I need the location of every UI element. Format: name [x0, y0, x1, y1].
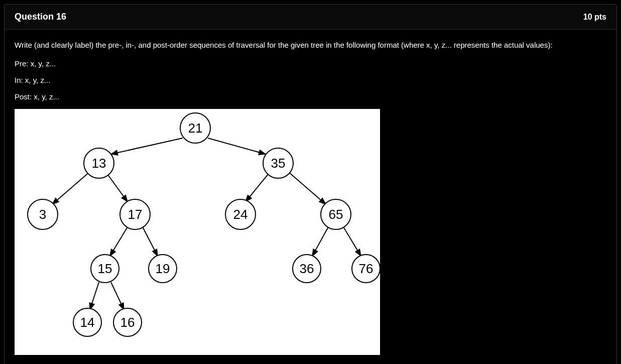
svg-text:21: 21 — [188, 120, 203, 136]
edge-13-3 — [52, 172, 90, 204]
svg-text:36: 36 — [300, 261, 314, 276]
svg-text:76: 76 — [359, 261, 374, 276]
svg-text:13: 13 — [92, 156, 106, 171]
question-title: Question 16 — [15, 12, 66, 22]
node-19: 19 — [149, 255, 177, 283]
svg-text:65: 65 — [329, 207, 343, 222]
edge-17-15 — [110, 227, 128, 256]
edge-65-76 — [343, 227, 361, 256]
svg-text:35: 35 — [271, 156, 286, 171]
tree-diagram: 21 13 35 3 17 — [15, 109, 380, 355]
edge-65-36 — [312, 227, 328, 256]
node-14: 14 — [73, 308, 101, 336]
node-13: 13 — [84, 148, 114, 178]
edge-21-35 — [208, 138, 266, 154]
edge-15-14 — [90, 282, 99, 310]
format-post: Post: x, y, z... — [15, 92, 606, 101]
node-15: 15 — [91, 255, 119, 283]
svg-text:16: 16 — [120, 315, 135, 330]
instruction-text: Write (and clearly label) the pre-, in-,… — [15, 40, 606, 50]
node-35: 35 — [263, 148, 293, 178]
question-body: Write (and clearly label) the pre-, in-,… — [5, 30, 616, 364]
node-3: 3 — [28, 199, 58, 229]
svg-text:14: 14 — [80, 315, 95, 330]
node-65: 65 — [321, 199, 351, 229]
svg-text:24: 24 — [233, 207, 248, 222]
question-header: Question 16 10 pts — [5, 5, 616, 30]
svg-text:17: 17 — [128, 207, 143, 222]
node-24: 24 — [225, 199, 256, 229]
svg-text:15: 15 — [98, 261, 112, 276]
node-17: 17 — [120, 199, 150, 229]
format-pre: Pre: x, y, z... — [15, 59, 606, 68]
node-16: 16 — [113, 308, 142, 336]
tree-svg: 21 13 35 3 17 — [15, 109, 380, 355]
edge-17-19 — [143, 227, 158, 256]
question-card: Question 16 10 pts Write (and clearly la… — [4, 4, 617, 364]
svg-text:3: 3 — [39, 207, 46, 222]
node-21: 21 — [180, 113, 210, 143]
edge-35-24 — [245, 174, 268, 202]
edge-21-13 — [111, 138, 183, 154]
node-76: 76 — [352, 255, 380, 283]
edge-15-16 — [111, 282, 124, 310]
node-36: 36 — [293, 255, 321, 283]
svg-text:19: 19 — [156, 261, 170, 276]
edge-35-65 — [288, 172, 326, 204]
format-in: In: x, y, z... — [15, 76, 606, 84]
edge-13-17 — [107, 174, 128, 202]
question-points: 10 pts — [583, 13, 606, 22]
